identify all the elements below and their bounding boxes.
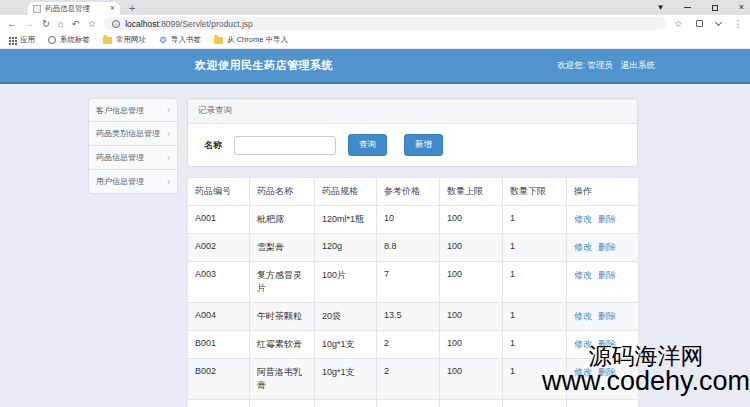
sidebar-item[interactable]: 用户信息管理 bbox=[88, 170, 178, 194]
query-panel-title: 记录查询 bbox=[188, 99, 637, 124]
cell-operations: 修改删除 bbox=[567, 206, 639, 234]
cell-operations: 修改删除 bbox=[567, 400, 639, 407]
chevron-right-icon bbox=[167, 129, 170, 139]
extension-icon[interactable] bbox=[696, 20, 703, 27]
query-panel: 记录查询 名称 查询 新增 bbox=[187, 98, 638, 167]
cell-id: A001 bbox=[188, 206, 250, 234]
back-icon[interactable]: ← bbox=[7, 19, 17, 29]
tab-close-icon[interactable]: × bbox=[110, 4, 115, 13]
address-bar[interactable]: localhost:8099/Servlet/product.jsp bbox=[104, 17, 666, 30]
bookmark-label: 系统标签 bbox=[60, 35, 90, 45]
edit-link[interactable]: 修改 bbox=[574, 311, 592, 321]
new-tab-button[interactable]: + bbox=[129, 3, 135, 14]
cell-name: 阿昔洛韦乳膏 bbox=[250, 359, 315, 400]
browser-tab[interactable]: 药品信息管理 × bbox=[28, 2, 120, 15]
table-row: B001红霉素软膏10g*1支21001修改删除 bbox=[188, 331, 639, 359]
column-header: 药品名称 bbox=[250, 178, 315, 206]
column-header: 操作 bbox=[567, 178, 639, 206]
cell-operations: 修改删除 bbox=[567, 359, 639, 400]
browser-dropdown-icon[interactable]: ▾ bbox=[658, 3, 663, 12]
delete-link[interactable]: 删除 bbox=[598, 242, 616, 252]
bookmark-item[interactable]: ⚙导入书签 bbox=[159, 35, 201, 45]
cell-min: 1 bbox=[503, 262, 567, 303]
add-button[interactable]: 新增 bbox=[404, 134, 443, 156]
edit-link[interactable]: 修改 bbox=[574, 339, 592, 349]
cell-max: 100 bbox=[440, 331, 503, 359]
sidebar-item-label: 客户信息管理 bbox=[96, 105, 144, 116]
cell-min: 1 bbox=[503, 331, 567, 359]
cell-min: 1 bbox=[503, 206, 567, 234]
bookmark-item[interactable]: 应用 bbox=[9, 35, 35, 45]
bookmark-item[interactable]: 系统标签 bbox=[48, 35, 90, 45]
bookmark-item[interactable]: 从 Chrome 中导入 bbox=[214, 35, 288, 45]
name-input[interactable] bbox=[234, 136, 336, 155]
cell-price: 2 bbox=[377, 331, 440, 359]
delete-link[interactable]: 删除 bbox=[598, 270, 616, 280]
logout-link[interactable]: 退出系统 bbox=[621, 60, 655, 72]
name-label: 名称 bbox=[204, 139, 222, 152]
folder-icon bbox=[103, 37, 112, 44]
delete-link[interactable]: 删除 bbox=[598, 339, 616, 349]
delete-link[interactable]: 删除 bbox=[598, 214, 616, 224]
bookmark-label: 从 Chrome 中导入 bbox=[227, 35, 288, 45]
cell-name: 红霉素软膏 bbox=[250, 331, 315, 359]
cell-price: 6.2 bbox=[377, 400, 440, 407]
cell-max: 100 bbox=[440, 206, 503, 234]
window-close-button[interactable]: × bbox=[739, 3, 744, 12]
browser-titlebar: 药品信息管理 × + ▾ × bbox=[0, 0, 750, 15]
window-controls: ▾ × bbox=[658, 1, 744, 14]
cell-spec: 20袋 bbox=[315, 303, 377, 331]
maximize-button[interactable] bbox=[712, 5, 718, 11]
browser-toolbar: ← → ↻ ⌂ ↶ ☆ localhost:8099/Servlet/produ… bbox=[0, 15, 750, 32]
cell-id: A003 bbox=[188, 262, 250, 303]
edit-link[interactable]: 修改 bbox=[574, 214, 592, 224]
browser-menu-icon[interactable]: ⋮ bbox=[734, 19, 744, 29]
tab-title: 药品信息管理 bbox=[45, 4, 106, 14]
product-table: 药品编号药品名称药品规格参考价格数量上限数量下限操作 A001枇杷露120ml*… bbox=[187, 177, 639, 407]
column-header: 药品规格 bbox=[315, 178, 377, 206]
cell-max: 100 bbox=[440, 262, 503, 303]
cell-operations: 修改删除 bbox=[567, 331, 639, 359]
table-row: B002阿昔洛韦乳膏10g*1支21001修改删除 bbox=[188, 359, 639, 400]
cell-min: 1 bbox=[503, 234, 567, 262]
download-chevron-icon[interactable] bbox=[714, 19, 721, 26]
home-icon[interactable]: ⌂ bbox=[58, 19, 64, 29]
edit-link[interactable]: 修改 bbox=[574, 367, 592, 377]
bookmark-label: 常用网址 bbox=[116, 35, 146, 45]
table-row: B003足光散40g*3袋6.21001修改删除 bbox=[188, 400, 639, 407]
table-row: A004午时茶颗粒20袋13.51001修改删除 bbox=[188, 303, 639, 331]
cell-spec: 100片 bbox=[315, 262, 377, 303]
table-row: A003复方感冒灵片100片71001修改删除 bbox=[188, 262, 639, 303]
cell-spec: 10g*1支 bbox=[315, 359, 377, 400]
search-button[interactable]: 查询 bbox=[348, 134, 387, 156]
bookmark-star-icon[interactable]: ☆ bbox=[674, 19, 683, 29]
cell-min: 1 bbox=[503, 359, 567, 400]
sidebar-item[interactable]: 药品信息管理 bbox=[88, 146, 178, 170]
toolbar-right-icons: ☆ ⋮ bbox=[674, 19, 743, 29]
cell-price: 13.5 bbox=[377, 303, 440, 331]
minimize-button[interactable] bbox=[684, 7, 691, 8]
undo-icon[interactable]: ↶ bbox=[72, 19, 80, 29]
sidebar-item[interactable]: 客户信息管理 bbox=[88, 98, 178, 122]
sidebar-item-label: 药品信息管理 bbox=[96, 152, 144, 163]
query-form: 名称 查询 新增 bbox=[188, 124, 637, 166]
edit-link[interactable]: 修改 bbox=[574, 270, 592, 280]
cell-max: 100 bbox=[440, 303, 503, 331]
forward-icon[interactable]: → bbox=[25, 19, 35, 29]
cell-id: B002 bbox=[188, 359, 250, 400]
cell-name: 枇杷露 bbox=[250, 206, 315, 234]
favorite-star-icon[interactable]: ☆ bbox=[88, 19, 97, 29]
edit-link[interactable]: 修改 bbox=[574, 242, 592, 252]
sidebar-item[interactable]: 药品类别信息管理 bbox=[88, 122, 178, 146]
reload-icon[interactable]: ↻ bbox=[42, 19, 50, 29]
cell-price: 10 bbox=[377, 206, 440, 234]
chevron-right-icon bbox=[167, 153, 170, 163]
tab-favicon-icon bbox=[33, 5, 41, 13]
welcome-area: 欢迎您: 管理员 退出系统 bbox=[557, 60, 655, 72]
delete-link[interactable]: 删除 bbox=[598, 367, 616, 377]
site-info-icon[interactable] bbox=[112, 20, 120, 28]
column-header: 药品编号 bbox=[188, 178, 250, 206]
username: 管理员 bbox=[588, 60, 614, 70]
bookmark-item[interactable]: 常用网址 bbox=[103, 35, 146, 45]
delete-link[interactable]: 删除 bbox=[598, 311, 616, 321]
